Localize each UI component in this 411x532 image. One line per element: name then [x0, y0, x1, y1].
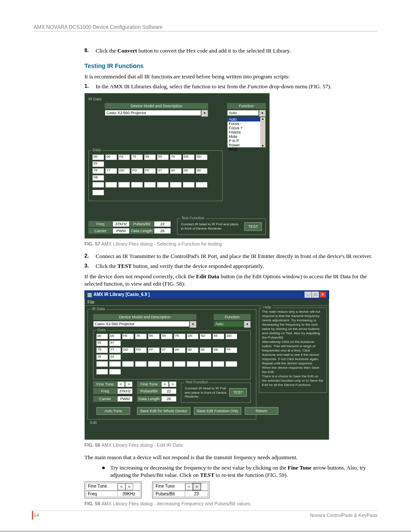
hex-cell[interactable]: 00	[196, 168, 208, 174]
scroll-down-icon[interactable]: ▼	[260, 144, 265, 147]
hex-cell[interactable]: FD	[131, 168, 143, 174]
hex-cell[interactable]	[96, 361, 108, 367]
hex-cell[interactable]: FF	[144, 168, 156, 174]
hex-cell[interactable]: 55	[212, 333, 224, 339]
desc-input-58[interactable]: Casio XJ-560 Projector	[93, 321, 190, 327]
maximize-button[interactable]: □	[312, 292, 319, 298]
hex-cell[interactable]: 5D	[196, 154, 208, 160]
hex-cell[interactable]: 00	[96, 333, 108, 339]
hex-cell[interactable]: 00	[187, 347, 199, 353]
hex-cell[interactable]: DE	[92, 175, 104, 181]
save-func-button[interactable]: Save Edit Function Only	[194, 407, 242, 415]
hex-cell[interactable]	[196, 182, 208, 188]
listbox-scrollbar[interactable]: ▲▼	[260, 117, 265, 147]
test-button[interactable]: TEST	[244, 222, 262, 231]
hex-cell[interactable]: DD	[118, 168, 130, 174]
hex-cell[interactable]: DD	[225, 333, 237, 339]
hex-cell[interactable]: FE	[122, 333, 134, 339]
hex-cell[interactable]	[183, 182, 195, 188]
pulses-value-58[interactable]: 22	[161, 388, 177, 394]
hex-cell[interactable]: D5	[183, 154, 195, 160]
finetune-right-inc[interactable]: >	[169, 381, 177, 387]
hex-cell[interactable]: 04	[170, 168, 182, 174]
datalen-value[interactable]: 26	[154, 228, 171, 234]
save-whole-button[interactable]: Save Edit for Whole Device	[137, 407, 190, 415]
hex-cell[interactable]: 75	[92, 168, 104, 174]
hex-cell[interactable]: FD	[135, 347, 147, 353]
hex-cell[interactable]: DE	[212, 347, 224, 353]
hex-cell[interactable]	[109, 369, 121, 375]
datalen-value-58[interactable]: 26	[161, 396, 177, 402]
hex-cell[interactable]: 00	[199, 347, 212, 353]
hex-cell[interactable]	[170, 182, 182, 188]
hex-cell[interactable]: 55	[161, 333, 173, 339]
function-option[interactable]: Freeze	[227, 130, 265, 134]
hex-cell[interactable]: 07	[157, 168, 169, 174]
hex-cell[interactable]: 07	[161, 347, 173, 353]
hex-cell[interactable]: FE	[118, 154, 130, 160]
function-value-58[interactable]: Auto	[214, 321, 244, 327]
desc-dropdown-icon-58[interactable]: ▼	[190, 321, 196, 328]
hex-cell[interactable]: FF	[225, 347, 237, 353]
hex-cell[interactable]: 16	[96, 354, 108, 360]
hex-cell[interactable]: 04	[174, 347, 186, 353]
hex-cell[interactable]	[109, 361, 121, 367]
freq-value[interactable]: 37KHz	[112, 221, 130, 227]
hex-cell[interactable]: 5D	[199, 333, 212, 339]
freq-value-59[interactable]: 39KHz	[118, 491, 140, 497]
hex-cell[interactable]: 00	[183, 168, 195, 174]
function-option[interactable]: RGB	[227, 147, 265, 152]
hex-cell[interactable]: FF	[148, 347, 160, 353]
hex-cell[interactable]	[199, 361, 212, 367]
hex-cell[interactable]: 75	[96, 347, 108, 353]
hex-cell[interactable]	[118, 182, 130, 188]
hex-cell[interactable]	[225, 361, 237, 367]
menu-file[interactable]: File	[87, 300, 94, 305]
hex-cell[interactable]	[174, 361, 186, 367]
inc-arrow-icon[interactable]: >	[193, 483, 201, 490]
carrier-value[interactable]: PWM	[112, 228, 130, 234]
pulses-value-59[interactable]: 23	[185, 491, 208, 497]
hex-cell[interactable]	[187, 361, 199, 367]
desc-dropdown-icon[interactable]: ▼	[201, 110, 208, 117]
function-option[interactable]: Mute	[227, 134, 265, 139]
hex-cell[interactable]	[148, 361, 160, 367]
hex-cell[interactable]: 55	[148, 333, 160, 339]
carrier-value-58[interactable]: PWM	[117, 396, 133, 402]
hex-cell[interactable]: 77	[109, 347, 121, 353]
function-dropdown-icon[interactable]: ▼	[259, 110, 266, 117]
hex-cell[interactable]: 75	[135, 333, 147, 339]
function-option[interactable]: Power	[227, 143, 265, 147]
finetune-left-inc[interactable]: >	[125, 381, 133, 387]
hex-cell[interactable]: 55	[157, 154, 169, 160]
hex-cell[interactable]: 00	[92, 154, 104, 160]
hex-cell[interactable]	[157, 182, 169, 188]
freq-value-58[interactable]: 37KHz	[117, 388, 133, 394]
inc-arrow-icon[interactable]: >	[125, 483, 133, 490]
hex-cell[interactable]: 75	[170, 154, 182, 160]
autotune-button[interactable]: Auto Tune	[97, 407, 130, 415]
hex-cell[interactable]	[161, 361, 173, 367]
hex-cell[interactable]: D5	[187, 333, 199, 339]
function-option[interactable]: Focus +	[227, 126, 265, 130]
hex-cell[interactable]	[135, 361, 147, 367]
hex-cell[interactable]: 75	[131, 154, 143, 160]
function-listbox[interactable]: Auto Focus - Focus + Freeze Mute P in P …	[227, 117, 266, 148]
hex-cell[interactable]	[131, 182, 143, 188]
hex-cell[interactable]: DD	[122, 347, 134, 353]
test-button-58[interactable]: TEST	[229, 388, 247, 397]
hex-cell[interactable]	[92, 182, 104, 188]
desc-input[interactable]: Casio XJ-560 Projector	[105, 110, 201, 116]
dec-arrow-icon[interactable]: <	[185, 483, 193, 490]
hex-cell[interactable]	[122, 361, 134, 367]
function-value[interactable]: Auto	[227, 110, 259, 116]
hex-cell[interactable]: 75	[174, 333, 186, 339]
function-option[interactable]: Focus -	[227, 121, 265, 126]
finetune-left-dec[interactable]: <	[117, 381, 125, 387]
dec-arrow-icon[interactable]: <	[118, 483, 125, 490]
hex-cell[interactable]: 55	[144, 154, 156, 160]
minimize-button[interactable]: _	[305, 292, 311, 298]
function-option[interactable]: P in P	[227, 139, 265, 143]
hex-cell[interactable]	[144, 182, 156, 188]
hex-cell[interactable]: 55	[96, 340, 108, 346]
